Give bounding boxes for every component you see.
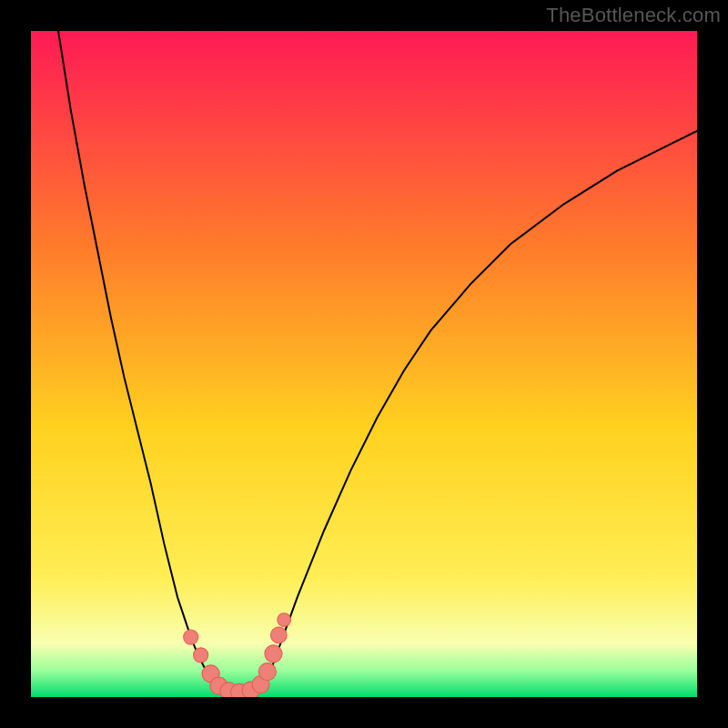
bottleneck-plot [31, 31, 697, 697]
valley-marker [194, 648, 208, 662]
valley-marker [271, 627, 288, 643]
watermark-text: TheBottleneck.com [546, 4, 721, 27]
valley-marker [278, 613, 291, 627]
valley-marker [184, 630, 198, 644]
plot-background [31, 31, 697, 697]
valley-marker [265, 645, 282, 662]
valley-marker [258, 663, 276, 681]
chart-frame: TheBottleneck.com [0, 0, 728, 728]
